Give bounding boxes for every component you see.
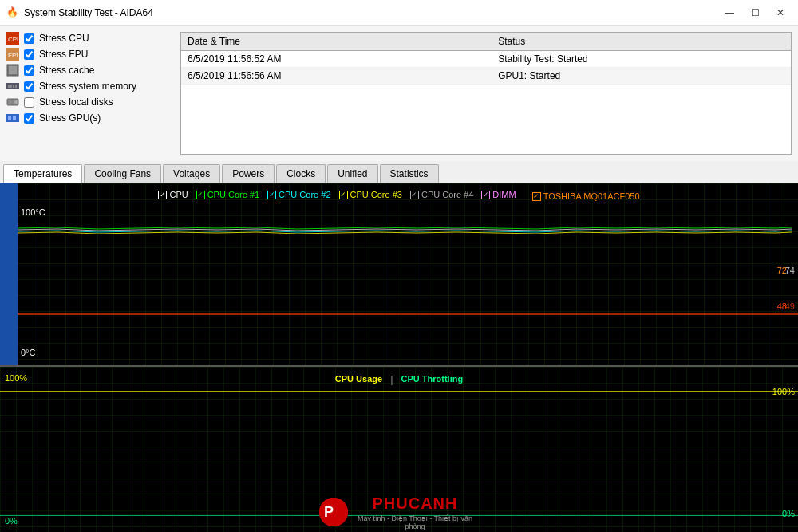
legend-toshiba: ✓ TOSHIBA MQ01ACF050 [532,191,640,201]
legend-cpu-usage-label: CPU Usage [335,374,382,384]
legend-core3-label: CPU Core #3 [350,190,402,199]
svg-rect-7 [8,85,10,88]
svg-text:P: P [324,504,334,520]
stress-cache-icon [6,64,19,77]
tab-voltages[interactable]: Voltages [163,164,220,183]
svg-rect-10 [15,85,17,88]
svg-rect-15 [13,116,16,120]
stress-cpu-row: CPU Stress CPU [6,32,174,45]
tab-clocks[interactable]: Clocks [276,164,326,183]
stress-cpu-label: Stress CPU [39,33,89,44]
stress-memory-icon [6,80,19,93]
svg-text:CPU: CPU [8,36,19,43]
legend-core1: ✓ CPU Core #1 [196,190,259,199]
legend-core2: ✓ CPU Core #2 [267,190,330,199]
stress-cpu-checkbox[interactable] [24,33,34,44]
temperature-legend: ✓ CPU ✓ CPU Core #1 ✓ CPU Core #2 ✓ CPU … [0,188,798,201]
temp-y-bottom: 0°C [21,348,35,357]
svg-rect-17 [18,183,798,365]
cpu-usage-chart: CPU Usage | CPU Throttling 100% 0% 100% … [0,367,798,532]
legend-separator: | [390,373,393,385]
temperature-grid [18,183,798,365]
stress-fpu-icon: FPU [6,48,19,61]
temp-val-2: 72 [777,266,787,275]
legend-cpu-throttling: CPU Throttling [401,374,464,384]
legend-cpu-label: CPU [169,190,188,199]
watermark-brand: PHUCANH [351,495,479,513]
stress-fpu-row: FPU Stress FPU [6,48,174,61]
stress-cache-label: Stress cache [39,65,94,76]
stress-fpu-checkbox[interactable] [24,49,34,60]
stress-gpu-label: Stress GPU(s) [39,112,101,124]
stress-cpu-icon: CPU [6,32,19,45]
title-bar: 🔥 System Stability Test - AIDA64 — ☐ ✕ [0,0,798,26]
tab-statistics[interactable]: Statistics [380,164,439,183]
stress-fpu-label: Stress FPU [39,49,88,60]
log-table: Date & Time Status 6/5/2019 11:56:52 AM … [181,33,791,85]
usage-val-top: 100% [772,387,795,396]
log-datetime-1: 6/5/2019 11:56:56 AM [181,68,492,85]
log-row-0: 6/5/2019 11:56:52 AM Stability Test: Sta… [181,51,791,68]
tab-powers[interactable]: Powers [222,164,275,183]
legend-core1-label: CPU Core #1 [207,190,259,199]
tab-cooling-fans[interactable]: Cooling Fans [84,164,161,183]
stress-disks-checkbox[interactable] [24,97,34,108]
temperature-chart: 100°C 0°C 74 72 49 48 ✓ CPU ✓ CPU Core #… [0,183,798,367]
title-bar-left: 🔥 System Stability Test - AIDA64 [6,6,153,19]
tabs-bar: Temperatures Cooling Fans Voltages Power… [0,161,798,183]
tab-unified[interactable]: Unified [327,164,377,183]
usage-val-bottom: 0% [782,509,795,518]
charts-area: 100°C 0°C 74 72 49 48 ✓ CPU ✓ CPU Core #… [0,183,798,532]
watermark-icon: P [319,498,348,526]
stress-cache-row: Stress cache [6,64,174,77]
stress-memory-checkbox[interactable] [24,81,34,92]
stress-gpu-icon [6,112,19,124]
legend-dimm-label: DIMM [492,190,516,199]
close-button[interactable]: ✕ [769,5,792,21]
legend-core2-label: CPU Core #2 [279,190,330,199]
stress-disks-label: Stress local disks [39,97,113,108]
log-datetime-0: 6/5/2019 11:56:52 AM [181,51,492,68]
col-datetime: Date & Time [181,33,492,51]
maximize-button[interactable]: ☐ [744,5,766,21]
legend-core4: ✓ CPU Core #4 [410,190,473,199]
legend-toshiba-label: TOSHIBA MQ01ACF050 [543,191,640,201]
svg-rect-5 [9,66,17,74]
legend-core3: ✓ CPU Core #3 [339,190,402,199]
window-title: System Stability Test - AIDA64 [24,7,153,18]
legend-cpu-usage: CPU Usage [335,374,382,384]
main-content: CPU Stress CPU FPU Stress FPU Stress cac… [0,26,798,532]
watermark-subtext: Máy tính - Điện Thoại - Thiết bị văn phò… [351,514,479,530]
stress-memory-label: Stress system memory [39,81,136,92]
usage-legend: CPU Usage | CPU Throttling [0,373,798,385]
window-controls: — ☐ ✕ [718,5,792,21]
stress-gpu-row: Stress GPU(s) [6,112,174,124]
svg-rect-14 [8,116,11,120]
log-row-1: 6/5/2019 11:56:56 AM GPU1: Started [181,68,791,85]
usage-y-bottom: 0% [5,516,18,526]
svg-rect-9 [13,85,14,88]
svg-text:FPU: FPU [8,52,19,59]
legend-cpu-throttling-label: CPU Throttling [401,374,464,384]
svg-rect-8 [10,85,12,88]
svg-point-12 [14,100,18,104]
log-status-1: GPU1: Started [492,68,791,85]
stress-gpu-checkbox[interactable] [24,113,34,124]
stress-disks-row: Stress local disks [6,96,174,108]
legend-cpu: ✓ CPU [158,190,188,199]
sidebar-indicator [0,183,18,365]
temp-val-4: 48 [777,301,787,311]
top-section: CPU Stress CPU FPU Stress FPU Stress cac… [0,26,798,161]
temp-y-top: 100°C [21,207,45,217]
stress-cache-checkbox[interactable] [24,65,34,76]
col-status: Status [492,33,791,51]
stress-memory-row: Stress system memory [6,80,174,93]
watermark: P PHUCANH Máy tính - Điện Thoại - Thiết … [319,492,479,532]
minimize-button[interactable]: — [718,5,741,21]
log-status-0: Stability Test: Started [492,51,791,68]
stress-disks-icon [6,96,19,108]
legend-core4-label: CPU Core #4 [421,190,473,199]
log-table-container: Date & Time Status 6/5/2019 11:56:52 AM … [180,32,792,155]
tab-temperatures[interactable]: Temperatures [3,164,82,183]
stress-options-panel: CPU Stress CPU FPU Stress FPU Stress cac… [6,32,174,155]
